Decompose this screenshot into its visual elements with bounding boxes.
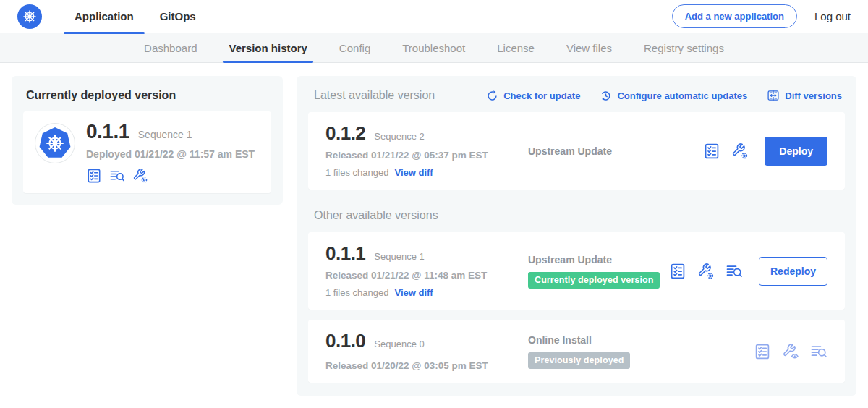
deploy-button[interactable]: Deploy xyxy=(765,137,827,166)
edit-config-icon[interactable] xyxy=(731,143,749,160)
source-label: Upstream Update xyxy=(528,254,669,265)
deployed-sequence-label: Sequence 1 xyxy=(138,129,192,140)
subnav-dashboard-label: Dashboard xyxy=(144,42,197,54)
helm-wheel-icon xyxy=(44,132,66,154)
logout-button[interactable]: Log out xyxy=(814,10,851,22)
subnav-registry-settings[interactable]: Registry settings xyxy=(628,33,740,62)
version-actions-cell: Redeploy xyxy=(669,257,827,286)
files-changed-label: 1 files changed xyxy=(326,167,388,178)
configure-automatic-updates-link[interactable]: Configure automatic updates xyxy=(600,90,747,102)
previously-deployed-badge: Previously deployed xyxy=(528,352,630,369)
view-config-icon[interactable] xyxy=(782,343,799,360)
version-actions-cell: Deploy xyxy=(703,137,827,166)
source-label: Upstream Update xyxy=(528,145,703,157)
version-number: 0.1.0 xyxy=(326,331,365,350)
version-info: 0.1.2 Sequence 2 Released 01/21/22 @ 05:… xyxy=(326,124,528,178)
currently-deployed-title: Currently deployed version xyxy=(26,89,271,102)
preflight-results-icon[interactable] xyxy=(810,343,827,360)
diff-versions-link[interactable]: Diff versions xyxy=(767,89,842,102)
view-diff-link[interactable]: View diff xyxy=(394,287,433,298)
version-number: 0.1.2 xyxy=(326,124,365,143)
deployed-version-number: 0.1.1 xyxy=(86,122,129,142)
subnav-license-label: License xyxy=(497,42,535,54)
top-nav: Application GitOps Add a new application… xyxy=(0,0,868,33)
tab-gitops-label: GitOps xyxy=(160,10,196,22)
latest-available-title: Latest available version xyxy=(314,89,435,102)
version-info: 0.1.1 Sequence 1 Released 01/21/22 @ 11:… xyxy=(326,244,528,298)
version-info: 0.1.0 Sequence 0 Released 01/20/22 @ 03:… xyxy=(326,331,528,371)
preflight-results-icon[interactable] xyxy=(726,263,743,280)
redeploy-button[interactable]: Redeploy xyxy=(759,257,827,286)
version-source: Online Install Previously deployed xyxy=(528,334,754,369)
edit-config-icon[interactable] xyxy=(697,263,715,280)
subnav-troubleshoot[interactable]: Troubleshoot xyxy=(386,33,481,62)
subnav-registry-settings-label: Registry settings xyxy=(644,42,724,54)
diff-icon xyxy=(767,89,780,102)
subnav-license[interactable]: License xyxy=(481,33,550,62)
version-card-0-1-0: 0.1.0 Sequence 0 Released 01/20/22 @ 03:… xyxy=(308,320,845,383)
release-notes-icon[interactable] xyxy=(86,168,102,184)
add-application-button[interactable]: Add a new application xyxy=(672,4,797,28)
release-notes-icon[interactable] xyxy=(703,143,720,160)
kubernetes-heptagon-logo xyxy=(39,127,71,159)
sequence-label: Sequence 1 xyxy=(374,251,424,262)
sequence-label: Sequence 2 xyxy=(374,131,424,142)
release-notes-icon[interactable] xyxy=(669,263,686,280)
subnav-config-label: Config xyxy=(339,42,370,54)
check-for-update-link[interactable]: Check for update xyxy=(486,90,580,102)
tab-application-label: Application xyxy=(75,10,134,22)
released-timestamp: Released 01/20/22 @ 03:05 pm EST xyxy=(326,360,528,371)
released-timestamp: Released 01/21/22 @ 05:37 pm EST xyxy=(326,150,528,161)
version-number: 0.1.1 xyxy=(326,244,365,263)
app-avatar xyxy=(35,123,75,163)
subnav-dashboard[interactable]: Dashboard xyxy=(128,33,213,62)
clock-refresh-icon xyxy=(600,90,612,102)
subnav-troubleshoot-label: Troubleshoot xyxy=(402,42,465,54)
version-source: Upstream Update xyxy=(528,145,703,157)
source-label: Online Install xyxy=(528,334,754,346)
app-sub-nav: Dashboard Version history Config Trouble… xyxy=(0,33,868,63)
check-for-update-label: Check for update xyxy=(503,90,580,101)
subnav-version-history[interactable]: Version history xyxy=(213,33,323,62)
subnav-view-files-label: View files xyxy=(566,42,612,54)
subnav-version-history-label: Version history xyxy=(229,42,307,54)
tab-application[interactable]: Application xyxy=(64,0,145,33)
version-source: Upstream Update Currently deployed versi… xyxy=(528,254,669,289)
edit-config-icon[interactable] xyxy=(132,168,148,184)
deployed-version-info: 0.1.1 Sequence 1 Deployed 01/21/22 @ 11:… xyxy=(86,122,255,184)
version-card-0-1-2: 0.1.2 Sequence 2 Released 01/21/22 @ 05:… xyxy=(308,112,845,190)
subnav-config[interactable]: Config xyxy=(323,33,386,62)
sequence-label: Sequence 0 xyxy=(374,339,424,349)
available-versions-header: Latest available version Check for updat… xyxy=(308,88,845,102)
configure-automatic-updates-label: Configure automatic updates xyxy=(617,90,747,101)
available-versions-panel: Latest available version Check for updat… xyxy=(297,76,856,396)
tab-gitops[interactable]: GitOps xyxy=(149,0,207,33)
currently-deployed-badge: Currently deployed version xyxy=(528,272,660,289)
other-available-title: Other available versions xyxy=(314,209,845,222)
diff-versions-label: Diff versions xyxy=(785,90,842,101)
files-changed-label: 1 files changed xyxy=(326,287,388,298)
version-actions-cell xyxy=(754,343,827,360)
released-timestamp: Released 01/21/22 @ 11:48 am EST xyxy=(326,270,528,281)
top-nav-right: Add a new application Log out xyxy=(672,4,851,28)
refresh-icon xyxy=(486,90,498,102)
subnav-view-files[interactable]: View files xyxy=(550,33,628,62)
currently-deployed-panel: Currently deployed version 0.1.1 Sequenc… xyxy=(12,76,283,205)
deployed-version-card: 0.1.1 Sequence 1 Deployed 01/21/22 @ 11:… xyxy=(23,111,271,193)
helm-wheel-icon xyxy=(22,9,38,25)
deployed-timestamp: Deployed 01/21/22 @ 11:57 am EST xyxy=(86,148,255,160)
main-content: Currently deployed version 0.1.1 Sequenc… xyxy=(0,63,868,408)
version-actions: Check for update Configure automatic upd… xyxy=(486,89,842,102)
version-card-0-1-1: 0.1.1 Sequence 1 Released 01/21/22 @ 11:… xyxy=(308,232,845,310)
release-notes-icon[interactable] xyxy=(754,343,771,360)
view-diff-link[interactable]: View diff xyxy=(394,167,433,178)
preflight-results-icon[interactable] xyxy=(109,168,125,184)
kubernetes-logo xyxy=(17,4,42,29)
